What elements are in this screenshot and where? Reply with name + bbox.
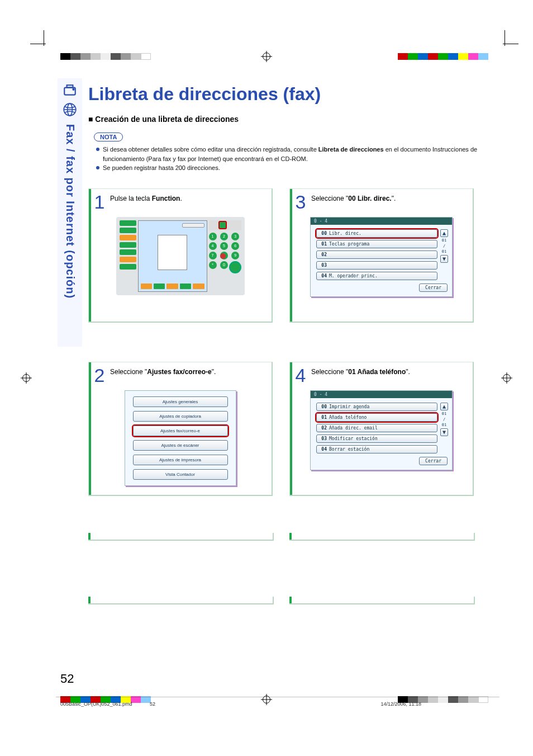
step-number: 4 [294,366,307,385]
breadcrumb: 0 - 4 [311,391,452,398]
continuation-stripe [88,597,273,603]
close-button: Cerrar [419,284,448,292]
page-content: Libreta de direcciones (fax) Creación de… [88,84,479,613]
device-panel-illustration: 123456789*0# [89,217,272,295]
list-row: 03Modificar estación [316,434,437,443]
list-row: 04Borrar estación [316,445,437,453]
globe-icon [62,102,78,117]
crop-mark-icon [499,38,511,49]
registration-mark-icon [503,374,511,382]
menu-item: Ajustes generales [133,396,228,407]
svg-rect-1 [67,85,73,87]
list-screenshot: 0 - 4 00Imprimir agenda 01Añada teléfono… [310,390,453,470]
page-title: Libreta de direcciones (fax) [88,84,479,105]
close-button: Cerrar [419,457,448,465]
list-row: 03 [316,261,437,270]
color-bar [398,53,488,60]
step-card-1: 1 Pulse la tecla Function. [88,188,273,323]
arrow-up-icon: ▲ [440,403,448,410]
step-instruction: Pulse la tecla Function. [110,192,182,202]
note-item: Si desea obtener detalles sobre cómo edi… [96,145,479,163]
registration-top [0,48,533,65]
accent-stripe [89,362,91,495]
note-item: Se pueden registrar hasta 200 direccione… [96,163,479,173]
arrow-down-icon: ▼ [440,255,448,263]
menu-item: Vista Contador [133,469,228,480]
copier-icon [62,83,78,98]
menu-item: Ajustes de escáner [133,440,228,451]
page-number: 52 [60,672,74,686]
menu-item-highlighted: Ajustes fax/correo-e [133,426,228,436]
start-button-icon [229,261,241,273]
step-card-2: 2 Seleccione "Ajustes fax/correo-e". Aju… [88,362,273,496]
continuation-stripe [289,597,474,603]
step-instruction: Seleccione "Ajustes fax/correo-e". [110,366,216,376]
scroll-indicator: ▲ 01 / 01 ▼ [440,229,449,280]
continuation-stripe [289,533,474,540]
list-row-highlighted: 01Añada teléfono [316,413,437,422]
footer-filename: 005Basic_OP(UK)052_061.pmd [60,701,132,707]
step-card-3: 3 Seleccione "00 Libr. direc.". 0 - 4 00… [289,188,474,323]
note-list: Si desea obtener detalles sobre cómo edi… [96,145,479,173]
registration-mark-icon [263,53,270,60]
breadcrumb: 0 - 4 [311,218,452,225]
step-instruction: Seleccione "01 Añada teléfono". [311,366,410,376]
side-tab-label: Fax / fax por Internet (opción) [64,124,77,299]
step-number: 2 [93,366,106,385]
accent-stripe [290,189,292,322]
note-badge: NOTA [94,133,123,141]
grayscale-bar [60,53,151,60]
list-screenshot: 0 - 4 00Libr. direc. 01Teclas programa 0… [310,217,453,297]
footer-page: 52 [150,701,155,707]
list-row: 01Teclas programa [316,240,437,248]
list-row-highlighted: 00Libr. direc. [316,229,437,238]
list-row: 00Imprimir agenda [316,403,437,411]
step-instruction: Seleccione "00 Libr. direc.". [311,192,396,202]
accent-stripe [290,362,292,495]
arrow-down-icon: ▼ [440,428,448,436]
step-card-4: 4 Seleccione "01 Añada teléfono". 0 - 4 … [289,362,474,496]
step-number: 1 [93,192,106,211]
menu-item: Ajustes de impresora [133,455,228,465]
arrow-up-icon: ▲ [440,229,448,237]
menu-item: Ajustes de copiadora [133,411,228,422]
step-number: 3 [294,192,307,211]
side-tab: Fax / fax por Internet (opción) [58,78,82,347]
list-row: 04M. operador princ. [316,272,437,280]
footer-divider [56,697,499,697]
accent-stripe [89,189,91,322]
crop-mark-icon [38,38,49,49]
steps-grid: 1 Pulse la tecla Function. [88,188,479,613]
svg-point-2 [73,89,74,90]
scroll-indicator: ▲ 01 / 01 ▼ [440,403,449,453]
function-key-icon [218,221,227,229]
list-row: 02Añada direc. email [316,424,437,432]
continuation-stripe [88,533,273,540]
section-heading: Creación de una libreta de direcciones [88,115,479,124]
stop-button-icon [220,253,226,259]
settings-menu-screenshot: Ajustes generales Ajustes de copiadora A… [125,390,236,486]
list-row: 02 [316,251,437,259]
footer-date: 14/12/2006, 11:18 [380,701,421,707]
registration-mark-icon [22,374,30,382]
